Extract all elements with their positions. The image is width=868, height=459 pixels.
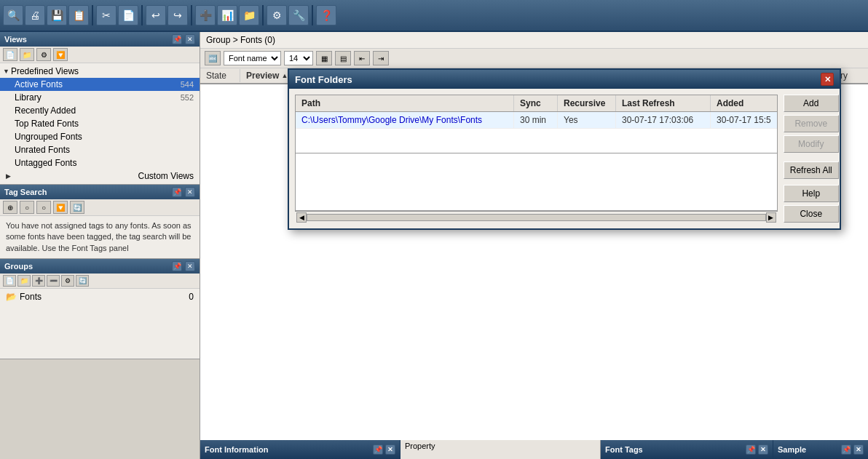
active-fonts-label: Active Fonts: [15, 79, 63, 89]
tag-search-btn3[interactable]: ○: [36, 201, 51, 214]
font-info-panel-header: Font Information 📌 ✕: [200, 440, 401, 459]
font-info-close-btn[interactable]: ✕: [385, 444, 395, 455]
active-fonts-count: 544: [181, 80, 194, 89]
tag-search-btn5[interactable]: 🔄: [70, 201, 84, 214]
tree-item-ungrouped[interactable]: Ungrouped Fonts: [0, 130, 200, 143]
sort-icon-btn[interactable]: 🔤: [205, 51, 221, 65]
views-new-btn[interactable]: 📄: [3, 48, 17, 61]
views-folder-btn[interactable]: 📁: [20, 48, 34, 61]
toolbar-sep-4: [262, 5, 264, 25]
views-gear-btn[interactable]: ⚙: [36, 48, 51, 61]
td-last-refresh: 30-07-17 17:03:06: [616, 112, 711, 128]
dialog-help-button[interactable]: Help: [784, 185, 839, 202]
views-tree: ▼ Predefined Views Active Fonts 544 Libr…: [0, 63, 200, 184]
col-header-state[interactable]: State: [200, 69, 240, 82]
toolbar-icon-undo[interactable]: ↩: [146, 5, 166, 25]
tag-search-title: Tag Search: [4, 188, 47, 196]
tag-search-toolbar: ⊕ ○ ○ 🔽 🔄: [0, 199, 200, 216]
dialog-refresh-all-button[interactable]: Refresh All: [784, 161, 839, 179]
groups-pin-btn[interactable]: 📌: [172, 261, 182, 271]
dialog-table-container: Path Sync Recursive Last Refresh Added C…: [295, 95, 778, 223]
sample-controls: 📌 ✕: [841, 444, 864, 455]
toolbar-icon-cut[interactable]: ✂: [96, 5, 117, 25]
info-panels-row: Font Information 📌 ✕ Property Font Tags …: [200, 440, 868, 459]
dialog-scrollbar[interactable]: [307, 214, 766, 221]
dialog-close-dialog-button[interactable]: Close: [784, 205, 839, 223]
toolbar-sep-5: [312, 5, 313, 25]
scroll-right-btn[interactable]: ▶: [766, 212, 776, 223]
dialog-add-button[interactable]: Add: [784, 95, 839, 112]
toolbar-sep-1: [92, 5, 93, 25]
tree-item-recently-added[interactable]: Recently Added: [0, 104, 200, 117]
tree-item-custom-views[interactable]: ▶ Custom Views: [0, 169, 200, 183]
tree-item-top-rated[interactable]: Top Rated Fonts: [0, 117, 200, 130]
tree-item-active-fonts[interactable]: Active Fonts 544: [0, 78, 200, 91]
views-close-btn[interactable]: ✕: [185, 34, 195, 44]
dialog-table-row[interactable]: C:\Users\Tommy\Google Drive\My Fonts\Fon…: [296, 112, 777, 129]
sort-view-btn4[interactable]: ⇥: [373, 51, 389, 65]
toolbar-icon-save[interactable]: 💾: [47, 5, 67, 25]
breadcrumb-bar: Group > Fonts (0): [200, 32, 868, 49]
groups-btn3[interactable]: ➕: [32, 275, 45, 287]
predefined-views-parent[interactable]: ▼ Predefined Views: [0, 65, 200, 78]
groups-btn4[interactable]: ➖: [47, 275, 60, 287]
toolbar-icon-chart[interactable]: 📊: [217, 5, 237, 25]
toolbar-icon-folder[interactable]: 📁: [239, 5, 259, 25]
font-folders-dialog: Font Folders ✕ Path Sync Recursive Last …: [288, 68, 841, 230]
tag-search-message: You have not assigned tags to any fonts.…: [0, 216, 200, 258]
toolbar-icon-copy[interactable]: 📋: [68, 5, 89, 25]
toolbar-icon-redo[interactable]: ↪: [167, 5, 188, 25]
font-tags-close-btn[interactable]: ✕: [758, 444, 768, 455]
toolbar-icon-print[interactable]: 🖨: [25, 5, 45, 25]
toolbar-icon-add[interactable]: ➕: [195, 5, 216, 25]
library-count: 552: [181, 93, 194, 102]
dialog-modify-button[interactable]: Modify: [784, 135, 839, 153]
tree-item-library[interactable]: Library 552: [0, 91, 200, 104]
groups-btn1[interactable]: 📄: [3, 275, 16, 287]
tag-search-btn4[interactable]: 🔽: [53, 201, 68, 214]
font-tags-pin-btn[interactable]: 📌: [746, 444, 756, 455]
sample-close-btn[interactable]: ✕: [853, 444, 864, 455]
toolbar-icon-help[interactable]: ❓: [316, 5, 336, 25]
sort-view-btn1[interactable]: ▦: [316, 51, 332, 65]
toolbar-icon-settings[interactable]: ⚙: [267, 5, 287, 25]
groups-controls: 📌 ✕: [172, 261, 195, 271]
sort-view-btn2[interactable]: ▤: [335, 51, 351, 65]
toolbar-icon-wrench[interactable]: 🔧: [288, 5, 309, 25]
recently-added-label: Recently Added: [15, 105, 76, 116]
sort-by-select[interactable]: Font name Family Style: [224, 51, 281, 65]
groups-section: Groups 📌 ✕ 📄 📁 ➕ ➖ ⚙ 🔄 📂 Fonts: [0, 259, 200, 359]
toolbar-icon-paste[interactable]: 📄: [118, 5, 138, 25]
td-recursive: Yes: [558, 112, 616, 128]
scroll-left-btn[interactable]: ◀: [296, 212, 307, 223]
right-area: Group > Fonts (0) 🔤 Font name Family Sty…: [200, 32, 868, 459]
tag-search-header: Tag Search 📌 ✕: [0, 185, 200, 199]
tag-search-pin-btn[interactable]: 📌: [172, 187, 182, 197]
td-path: C:\Users\Tommy\Google Drive\My Fonts\Fon…: [296, 112, 514, 128]
views-filter-btn[interactable]: 🔽: [53, 48, 68, 61]
tag-search-btn1[interactable]: ⊕: [3, 201, 17, 214]
groups-btn6[interactable]: 🔄: [76, 275, 89, 287]
views-panel-header: Views 📌 ✕: [0, 32, 200, 47]
groups-btn2[interactable]: 📁: [17, 275, 31, 287]
tree-item-untagged[interactable]: Untagged Fonts: [0, 156, 200, 169]
font-info-pin-btn[interactable]: 📌: [373, 444, 383, 455]
tree-item-unrated[interactable]: Unrated Fonts: [0, 143, 200, 156]
fonts-icon: 📂: [6, 292, 17, 302]
views-pin-btn[interactable]: 📌: [172, 34, 182, 44]
groups-close-btn[interactable]: ✕: [185, 261, 195, 271]
toolbar-icon-new[interactable]: 🔍: [3, 5, 23, 25]
groups-item-fonts[interactable]: 📂 Fonts 0: [0, 290, 200, 303]
sort-size-select[interactable]: 14 18 24: [284, 51, 313, 65]
sort-view-btn3[interactable]: ⇤: [354, 51, 370, 65]
tag-search-btn2[interactable]: ○: [20, 201, 34, 214]
dialog-remove-button[interactable]: Remove: [784, 115, 839, 132]
sample-pin-btn[interactable]: 📌: [841, 444, 851, 455]
views-section: Views 📌 ✕ 📄 📁 ⚙ 🔽 ▼ Predefined Views Act…: [0, 32, 200, 185]
views-panel-title: Views: [4, 35, 27, 44]
views-panel-controls: 📌 ✕: [172, 34, 195, 44]
groups-btn5[interactable]: ⚙: [61, 275, 74, 287]
dialog-close-button[interactable]: ✕: [821, 73, 834, 86]
font-tags-label: Font Tags: [605, 445, 643, 454]
tag-search-close-btn[interactable]: ✕: [185, 187, 195, 197]
